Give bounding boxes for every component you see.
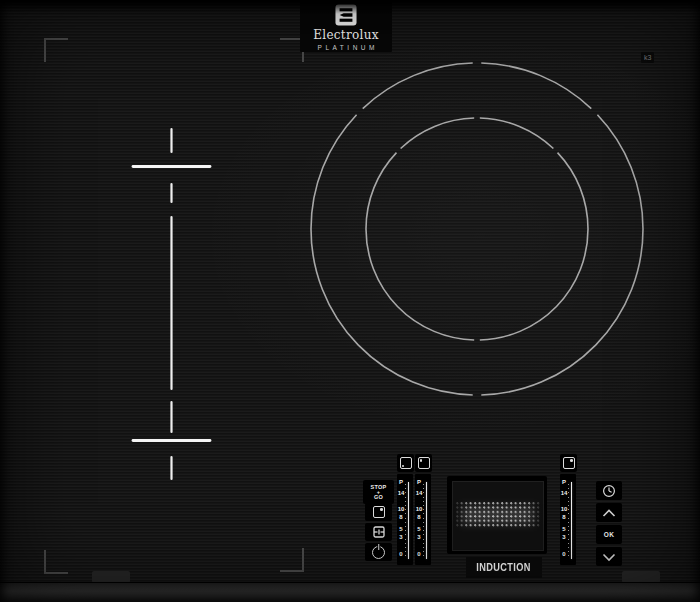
induction-label: INDUCTION: [477, 562, 531, 573]
inner-ring: [366, 118, 588, 340]
zone-indicator-right[interactable]: [560, 454, 577, 472]
power-slider-left-front[interactable]: P 14 10 8 5 3 0: [397, 474, 413, 565]
stop-go-label-bottom: GO: [374, 495, 383, 500]
stop-go-button[interactable]: STOP + GO: [363, 480, 394, 504]
cooktop-zone-markings: [0, 0, 700, 602]
display-screen: [452, 481, 544, 551]
chevron-down-icon: [601, 552, 617, 562]
corner-bracket-top-left: [44, 38, 68, 62]
ok-button[interactable]: OK: [596, 525, 622, 544]
square-dot-icon: [373, 506, 385, 518]
corner-bracket-bottom-right: [280, 548, 304, 572]
power-slider-right[interactable]: P 14 10 8 5 3 0: [560, 474, 576, 565]
slider-track[interactable]: [571, 482, 573, 559]
bridge-icon: [373, 526, 385, 538]
corner-bracket-bottom-left: [44, 550, 68, 574]
slider-ticks: [423, 484, 425, 557]
outer-ring: [311, 63, 643, 395]
slider-ticks: [405, 484, 407, 557]
square-dot-icon: [400, 457, 412, 469]
induction-cooktop: Electrolux PLATINUM k3 STOP + GO: [0, 0, 700, 602]
chevron-up-icon: [601, 508, 617, 518]
surface-corner-mark: k3: [641, 52, 654, 63]
zone-select-button[interactable]: [365, 503, 392, 521]
power-icon: [372, 546, 385, 559]
slider-track[interactable]: [426, 482, 428, 559]
square-dot-icon: [563, 457, 575, 469]
slider-ticks: [568, 484, 570, 557]
decrease-button[interactable]: [596, 547, 622, 566]
increase-button[interactable]: [596, 503, 622, 522]
induction-badge: INDUCTION: [466, 557, 542, 578]
square-dot-icon: [418, 457, 430, 469]
zone-indicator-left-front[interactable]: [397, 454, 414, 472]
zone-indicator-left-rear[interactable]: [415, 454, 432, 472]
clock-icon: [602, 484, 616, 498]
timer-button[interactable]: [596, 481, 622, 500]
bridge-function-button[interactable]: [365, 523, 392, 541]
brand-series: PLATINUM: [314, 44, 378, 51]
display-fade: [453, 500, 543, 530]
ok-label: OK: [604, 531, 615, 538]
brand-plate: Electrolux PLATINUM: [300, 2, 392, 52]
power-slider-left-rear[interactable]: P 14 10 8 5 3 0: [415, 474, 431, 565]
power-button[interactable]: [365, 543, 392, 561]
front-bevel-edge: [0, 582, 700, 602]
slider-track[interactable]: [408, 482, 410, 559]
electrolux-symbol-icon: [335, 4, 357, 26]
brand-wordmark: Electrolux: [313, 28, 379, 42]
